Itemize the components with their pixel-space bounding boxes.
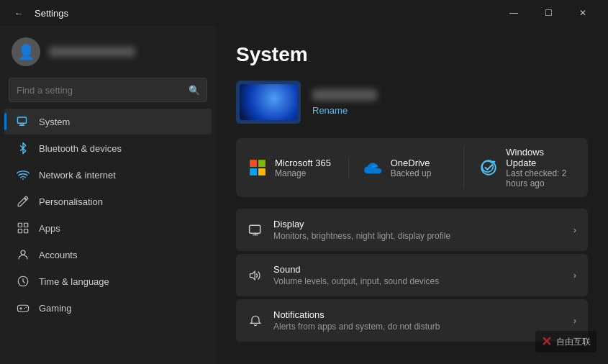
username-blurred	[49, 47, 135, 57]
notifications-icon	[248, 313, 263, 329]
svg-point-3	[22, 178, 24, 180]
microsoft365-sub: Manage	[275, 168, 331, 178]
device-name-blurred	[312, 89, 377, 101]
svg-rect-10	[18, 305, 29, 311]
svg-rect-18	[250, 225, 260, 233]
svg-point-8	[21, 250, 25, 255]
device-card: Rename	[236, 81, 588, 124]
svg-rect-0	[18, 117, 27, 123]
avatar: 👤	[12, 37, 40, 66]
accounts-icon	[16, 247, 30, 262]
notifications-name: Notifications	[273, 309, 440, 320]
apps-icon	[16, 221, 30, 235]
rename-link[interactable]: Rename	[312, 105, 377, 116]
device-thumbnail	[236, 81, 301, 124]
service-onedrive[interactable]: OneDrive Backed up	[348, 158, 461, 178]
svg-rect-13	[250, 160, 257, 167]
sidebar-item-gaming[interactable]: Gaming	[4, 295, 212, 321]
sidebar-item-network[interactable]: Network & internet	[4, 162, 212, 188]
sidebar-item-bluetooth[interactable]: Bluetooth & devices	[4, 135, 212, 161]
microsoft365-name: Microsoft 365	[275, 158, 331, 168]
search-icon: 🔍	[189, 85, 200, 96]
svg-rect-6	[18, 229, 22, 233]
sidebar-item-system[interactable]: System	[4, 109, 212, 135]
svg-marker-21	[250, 271, 255, 280]
user-section: 👤	[0, 26, 216, 75]
titlebar-controls: — ☐ ✕	[497, 1, 599, 24]
main-layout: 👤 🔍 System	[0, 26, 608, 364]
time-icon	[16, 274, 30, 288]
sidebar-item-accounts-label: Accounts	[39, 250, 77, 260]
network-icon	[16, 168, 30, 182]
setting-notifications[interactable]: Notifications Alerts from apps and syste…	[236, 299, 588, 342]
sidebar-item-gaming-label: Gaming	[39, 303, 72, 314]
setting-display[interactable]: Display Monitors, brightness, night ligh…	[236, 209, 588, 251]
setting-notifications-text: Notifications Alerts from apps and syste…	[273, 309, 440, 332]
personalisation-icon	[16, 194, 30, 209]
gaming-icon	[16, 301, 30, 315]
svg-rect-15	[250, 168, 257, 176]
sidebar-item-accounts[interactable]: Accounts	[4, 242, 212, 268]
windowsupdate-name: Windows Update	[506, 147, 576, 168]
nav-list: System Bluetooth & devices	[0, 108, 216, 322]
microsoft365-icon	[248, 158, 268, 178]
windowsupdate-icon	[478, 158, 499, 178]
sidebar-item-personalisation-label: Personalisation	[39, 196, 103, 207]
sidebar-item-time-label: Time & language	[39, 276, 109, 287]
back-button[interactable]: ←	[9, 3, 29, 23]
windowsupdate-sub: Last checked: 2 hours ago	[506, 168, 576, 188]
notifications-desc: Alerts from apps and system, do not dist…	[273, 322, 440, 332]
page-title: System	[236, 43, 588, 66]
onedrive-name: OneDrive	[391, 158, 432, 168]
close-button[interactable]: ✕	[566, 1, 599, 24]
svg-rect-14	[258, 160, 266, 167]
svg-rect-16	[258, 168, 266, 176]
services-row: Microsoft 365 Manage OneDrive Backed up	[236, 138, 588, 197]
search-input[interactable]	[9, 78, 207, 102]
sound-name: Sound	[273, 264, 439, 275]
settings-list: Display Monitors, brightness, night ligh…	[236, 209, 588, 342]
maximize-button[interactable]: ☐	[532, 1, 565, 24]
setting-display-left: Display Monitors, brightness, night ligh…	[248, 219, 450, 241]
display-chevron: ›	[573, 224, 576, 235]
sidebar: 👤 🔍 System	[0, 26, 216, 364]
display-icon	[248, 222, 263, 238]
display-name: Display	[273, 219, 450, 229]
system-icon	[16, 114, 30, 129]
setting-sound-text: Sound Volume levels, output, input, soun…	[273, 264, 439, 286]
titlebar-left: ← Settings	[9, 3, 68, 23]
service-windowsupdate-info: Windows Update Last checked: 2 hours ago	[506, 147, 576, 188]
setting-notifications-left: Notifications Alerts from apps and syste…	[248, 309, 440, 332]
setting-sound-left: Sound Volume levels, output, input, soun…	[248, 264, 439, 286]
sound-desc: Volume levels, output, input, sound devi…	[273, 276, 439, 286]
sound-icon	[248, 268, 263, 283]
onedrive-sub: Backed up	[391, 168, 432, 178]
svg-point-11	[24, 308, 26, 309]
sidebar-item-time[interactable]: Time & language	[4, 268, 212, 294]
service-microsoft365-info: Microsoft 365 Manage	[275, 158, 331, 178]
search-box: 🔍	[9, 78, 207, 102]
sidebar-item-apps[interactable]: Apps ←	[4, 215, 212, 241]
titlebar: ← Settings — ☐ ✕	[0, 0, 608, 26]
setting-sound[interactable]: Sound Volume levels, output, input, soun…	[236, 254, 588, 296]
service-onedrive-info: OneDrive Backed up	[391, 158, 432, 178]
service-windowsupdate[interactable]: Windows Update Last checked: 2 hours ago	[463, 147, 576, 188]
device-thumbnail-image	[240, 84, 297, 120]
bluetooth-icon	[16, 141, 30, 155]
notifications-chevron: ›	[573, 315, 576, 326]
onedrive-icon	[363, 158, 384, 178]
sidebar-item-personalisation[interactable]: Personalisation	[4, 188, 212, 214]
sidebar-item-bluetooth-label: Bluetooth & devices	[39, 143, 122, 154]
display-desc: Monitors, brightness, night light, displ…	[273, 231, 450, 241]
svg-rect-5	[24, 223, 28, 227]
minimize-button[interactable]: —	[497, 1, 530, 24]
svg-point-12	[25, 307, 27, 309]
sidebar-item-system-label: System	[39, 117, 70, 127]
svg-rect-7	[24, 229, 28, 233]
sidebar-item-network-label: Network & internet	[39, 170, 116, 181]
app-title: Settings	[35, 8, 68, 19]
sound-chevron: ›	[573, 270, 576, 281]
device-info: Rename	[312, 89, 377, 116]
service-microsoft365[interactable]: Microsoft 365 Manage	[248, 158, 345, 178]
svg-rect-4	[18, 223, 22, 227]
